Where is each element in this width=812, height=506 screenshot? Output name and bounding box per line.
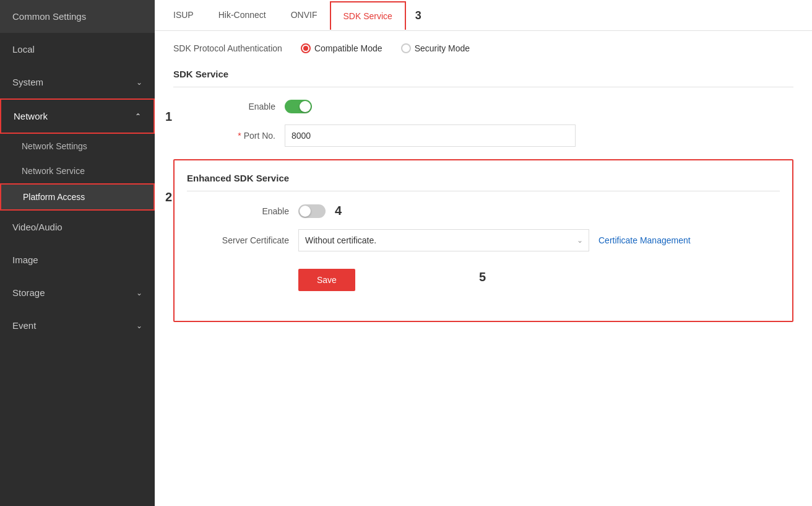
- sidebar-item-storage[interactable]: Storage ⌄: [0, 276, 155, 309]
- port-row: * Port No.: [173, 124, 793, 147]
- badge-2: 2: [165, 190, 172, 204]
- toggle-thumb-enhanced: [300, 206, 311, 217]
- cert-select[interactable]: Without certificate.: [298, 229, 589, 251]
- sidebar-sub-item-network-settings[interactable]: Network Settings: [0, 134, 155, 159]
- radio-label-compatible: Compatible Mode: [314, 43, 382, 53]
- chevron-down-icon: ⌄: [136, 289, 142, 297]
- sidebar-item-label: Storage: [12, 287, 45, 298]
- badge-1: 1: [165, 109, 172, 123]
- sidebar-sub-item-platform-access[interactable]: Platform Access: [0, 183, 155, 211]
- cert-management-link[interactable]: Certificate Management: [598, 235, 691, 245]
- sidebar-item-local[interactable]: Local: [0, 33, 155, 66]
- enhanced-enable-toggle[interactable]: [298, 204, 326, 218]
- sidebar-sub-item-label: Platform Access: [23, 192, 85, 202]
- chevron-down-icon: ⌄: [136, 78, 142, 87]
- sidebar-item-label: Common Settings: [12, 11, 86, 22]
- sidebar-item-common-settings[interactable]: Common Settings: [0, 0, 155, 33]
- auth-label: SDK Protocol Authentication: [173, 43, 282, 53]
- sidebar-item-event[interactable]: Event ⌄: [0, 309, 155, 342]
- sidebar: Common Settings Local System ⌄ Network ⌃…: [0, 0, 155, 506]
- port-label: * Port No.: [186, 131, 285, 141]
- main-content: ISUP Hik-Connect ONVIF SDK Service 3 SDK…: [155, 0, 812, 506]
- badge-5: 5: [479, 270, 486, 284]
- sidebar-item-label: Event: [12, 320, 36, 331]
- server-cert-label: Server Certificate: [199, 235, 298, 245]
- tab-sdk-service[interactable]: SDK Service: [330, 1, 406, 30]
- sidebar-item-label: Network: [14, 111, 48, 121]
- sidebar-item-label: System: [12, 77, 43, 87]
- enable-row: Enable: [173, 100, 793, 113]
- sidebar-sub-item-label: Network Service: [22, 166, 85, 176]
- radio-security-mode[interactable]: Security Mode: [401, 43, 470, 53]
- enhanced-enable-label: Enable: [199, 206, 298, 216]
- badge-3: 3: [415, 10, 421, 21]
- tabs-bar: ISUP Hik-Connect ONVIF SDK Service 3: [155, 0, 812, 31]
- sidebar-item-label: Video/Audio: [12, 222, 63, 232]
- radio-btn-compatible[interactable]: [301, 43, 311, 53]
- sidebar-sub-item-label: Network Settings: [22, 141, 87, 151]
- radio-label-security: Security Mode: [415, 43, 470, 53]
- content-area: SDK Protocol Authentication Compatible M…: [155, 31, 812, 506]
- sidebar-item-label: Local: [12, 44, 35, 55]
- cert-select-wrapper: Without certificate. ⌄: [298, 229, 589, 251]
- auth-row: SDK Protocol Authentication Compatible M…: [173, 43, 793, 53]
- sidebar-item-network[interactable]: Network ⌃: [0, 98, 155, 134]
- tab-onvif[interactable]: ONVIF: [279, 0, 330, 31]
- enable-label: Enable: [186, 102, 285, 111]
- radio-btn-security[interactable]: [401, 43, 411, 53]
- chevron-down-icon: ⌄: [136, 321, 142, 330]
- tab-hik-connect[interactable]: Hik-Connect: [206, 0, 279, 31]
- sidebar-item-image[interactable]: Image: [0, 243, 155, 276]
- sidebar-item-video-audio[interactable]: Video/Audio: [0, 211, 155, 243]
- server-cert-row: Server Certificate Without certificate. …: [187, 229, 780, 251]
- badge-4: 4: [335, 204, 342, 218]
- enhanced-sdk-service-box: Enhanced SDK Service Enable 4 Server Cer…: [173, 159, 793, 322]
- enable-toggle[interactable]: [285, 100, 312, 113]
- chevron-up-icon: ⌃: [135, 112, 141, 121]
- sidebar-item-label: Image: [12, 255, 38, 265]
- tab-isup[interactable]: ISUP: [161, 0, 206, 31]
- save-row: Save 5: [187, 263, 780, 291]
- toggle-thumb: [300, 101, 311, 112]
- required-star: *: [238, 131, 241, 141]
- radio-compatible-mode[interactable]: Compatible Mode: [301, 43, 382, 53]
- save-button[interactable]: Save: [298, 269, 355, 291]
- sdk-service-header: SDK Service: [173, 69, 793, 87]
- enhanced-sdk-service-header: Enhanced SDK Service: [187, 173, 780, 191]
- sdk-service-section: SDK Service Enable * Port No.: [173, 69, 793, 147]
- enhanced-enable-row: Enable 4: [187, 204, 780, 218]
- port-input[interactable]: [285, 124, 576, 147]
- sidebar-sub-item-network-service[interactable]: Network Service: [0, 159, 155, 183]
- sidebar-item-system[interactable]: System ⌄: [0, 66, 155, 98]
